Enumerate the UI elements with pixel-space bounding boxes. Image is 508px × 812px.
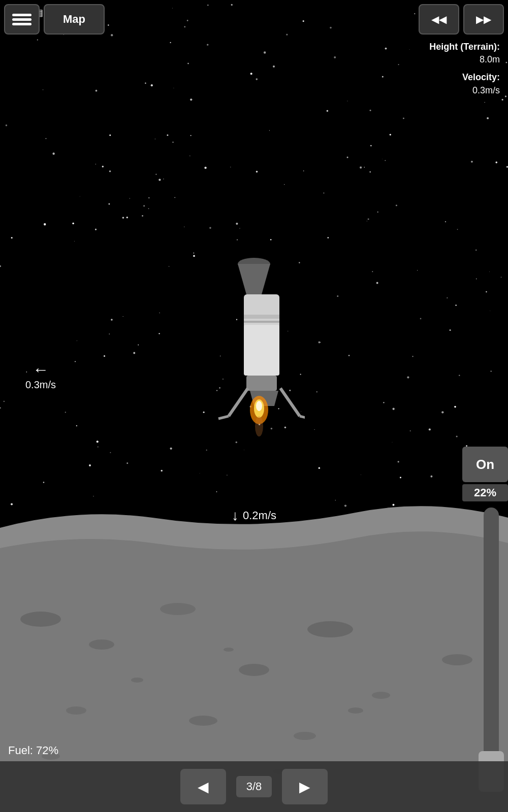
svg-point-14 xyxy=(256,401,262,411)
velocity-left-value: 0.3m/s xyxy=(25,379,56,391)
right-sidebar: On 22% xyxy=(457,447,508,501)
svg-point-16 xyxy=(20,612,61,627)
svg-point-23 xyxy=(294,732,316,740)
svg-line-10 xyxy=(280,388,300,416)
top-controls: Map xyxy=(4,4,105,35)
svg-point-27 xyxy=(224,648,234,652)
velocity-left-indicator: ← 0.3m/s xyxy=(25,360,56,391)
hamburger-icon xyxy=(12,12,31,27)
throttle-track xyxy=(484,507,499,792)
velocity-value: 0.3m/s xyxy=(429,84,500,97)
map-button[interactable]: Map xyxy=(44,4,105,35)
svg-line-9 xyxy=(218,416,229,419)
fuel-label: Fuel: 72% xyxy=(8,744,58,757)
svg-point-21 xyxy=(66,706,86,715)
height-terrain-label: Height (Terrain): xyxy=(429,41,500,53)
svg-point-24 xyxy=(372,692,390,699)
playback-controls: ◀◀ ▶▶ xyxy=(419,4,504,35)
prev-button[interactable]: ◀ xyxy=(180,769,226,804)
svg-rect-5 xyxy=(244,325,279,376)
engine-on-button[interactable]: On xyxy=(462,447,508,482)
velocity-down-indicator: ↓ 0.2m/s xyxy=(232,507,276,524)
svg-point-26 xyxy=(131,678,143,683)
rocket xyxy=(203,244,305,457)
svg-marker-1 xyxy=(238,264,270,294)
height-terrain-value: 8.0m xyxy=(429,53,500,66)
svg-point-28 xyxy=(348,707,363,714)
throttle-label: 22% xyxy=(462,484,508,501)
rewind-button[interactable]: ◀◀ xyxy=(419,4,459,35)
velocity-down-value: 0.2m/s xyxy=(243,509,276,522)
svg-rect-6 xyxy=(246,376,277,391)
hud-info: Height (Terrain): 8.0m Velocity: 0.3m/s xyxy=(429,41,500,97)
next-button[interactable]: ▶ xyxy=(282,769,328,804)
svg-point-20 xyxy=(307,621,353,637)
bottom-controls: ◀ 3/8 ▶ xyxy=(0,761,508,812)
svg-rect-4 xyxy=(244,321,279,323)
svg-point-17 xyxy=(89,639,114,650)
svg-point-15 xyxy=(255,416,263,436)
page-indicator: 3/8 xyxy=(236,776,272,797)
throttle-slider[interactable] xyxy=(479,507,504,792)
svg-point-25 xyxy=(442,654,472,665)
svg-point-19 xyxy=(239,664,269,676)
svg-line-11 xyxy=(300,416,305,419)
menu-button[interactable] xyxy=(4,4,40,35)
svg-line-8 xyxy=(229,388,248,416)
left-arrow-icon: ← xyxy=(33,360,49,379)
svg-point-18 xyxy=(160,603,196,615)
fast-forward-button[interactable]: ▶▶ xyxy=(463,4,504,35)
rocket-svg xyxy=(203,244,305,436)
svg-rect-3 xyxy=(244,315,279,319)
svg-point-22 xyxy=(189,716,217,726)
velocity-label: Velocity: xyxy=(429,71,500,84)
down-arrow-icon: ↓ xyxy=(232,507,239,524)
